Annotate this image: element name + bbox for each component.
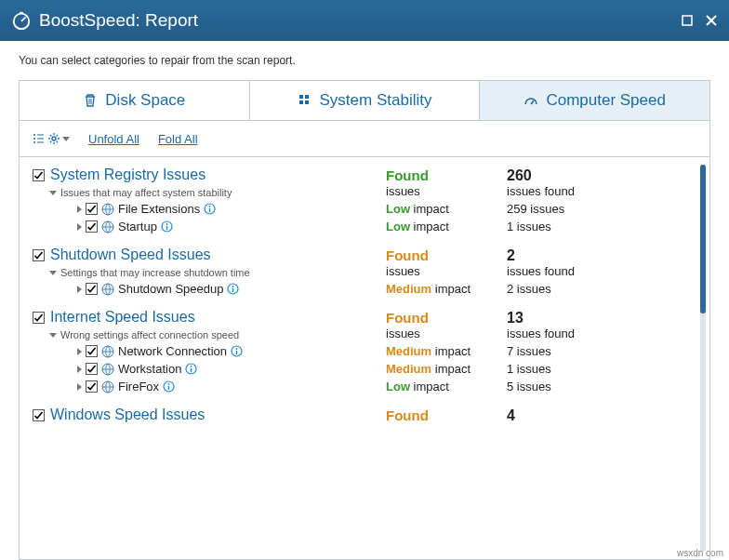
info-icon[interactable] <box>204 203 216 215</box>
svg-rect-11 <box>305 100 309 104</box>
item-name[interactable]: File Extensions <box>118 202 200 216</box>
item-name[interactable]: Startup <box>118 220 157 233</box>
close-button[interactable] <box>701 10 722 31</box>
group-count: 2 <box>507 247 515 263</box>
globe-icon <box>101 345 114 358</box>
issues-sublabel: issues <box>386 184 507 198</box>
maximize-button[interactable] <box>677 10 697 31</box>
impact-label: Medium impact <box>386 344 507 358</box>
issues-list: System Registry IssuesFound260Issues tha… <box>20 157 709 559</box>
checkbox[interactable] <box>33 409 45 421</box>
fold-all-link[interactable]: Fold All <box>158 132 198 146</box>
found-label: Found <box>386 407 429 423</box>
checkbox[interactable] <box>86 380 98 393</box>
chevron-down-icon <box>62 137 70 141</box>
globe-icon <box>101 220 114 233</box>
tab-computer-speed[interactable]: Computer Speed <box>480 81 709 120</box>
group-title[interactable]: Windows Speed Issues <box>50 407 205 423</box>
issue-group: Shutdown Speed IssuesFound2Settings that… <box>33 247 685 296</box>
info-icon[interactable] <box>163 380 175 393</box>
expand-icon[interactable] <box>77 348 82 355</box>
found-label: Found <box>386 247 429 263</box>
issue-group: Windows Speed IssuesFound4 <box>33 407 685 424</box>
unfold-all-link[interactable]: Unfold All <box>88 132 139 146</box>
watermark-text: wsxdn com <box>677 548 723 558</box>
expand-icon[interactable] <box>77 286 82 293</box>
blocks-icon <box>298 93 312 108</box>
collapse-icon[interactable] <box>49 333 57 338</box>
issue-item: FireFox Low impact5 issues <box>33 380 685 393</box>
checkbox[interactable] <box>86 283 98 295</box>
checkbox[interactable] <box>33 249 45 261</box>
item-name[interactable]: Workstation <box>118 362 181 376</box>
item-name[interactable]: Network Connection <box>118 344 227 358</box>
svg-point-22 <box>209 206 211 207</box>
gear-icon <box>47 132 60 145</box>
impact-label: Low impact <box>386 220 507 233</box>
checkbox[interactable] <box>86 220 98 233</box>
svg-rect-8 <box>299 95 303 99</box>
info-icon[interactable] <box>185 363 197 375</box>
group-title[interactable]: System Registry Issues <box>50 167 205 183</box>
svg-rect-10 <box>299 100 303 104</box>
info-icon[interactable] <box>161 220 173 233</box>
globe-icon <box>101 203 114 216</box>
issue-item: Shutdown Speedup Medium impact2 issues <box>33 282 685 296</box>
checkbox[interactable] <box>86 345 98 357</box>
globe-icon <box>101 283 114 296</box>
svg-point-38 <box>191 366 192 367</box>
svg-line-12 <box>531 100 534 104</box>
expand-icon[interactable] <box>77 366 82 373</box>
tab-label: Disk Space <box>105 91 185 110</box>
view-options-button[interactable] <box>33 132 70 145</box>
impact-label: Medium impact <box>386 362 507 376</box>
group-title[interactable]: Shutdown Speed Issues <box>50 247 211 263</box>
checkbox[interactable] <box>86 203 98 215</box>
issue-item: File Extensions Low impact259 issues <box>33 202 685 216</box>
tab-disk-space[interactable]: Disk Space <box>20 81 250 120</box>
item-count: 1 issues <box>507 362 685 376</box>
issues-found-sublabel: issues found <box>507 184 685 198</box>
item-count: 7 issues <box>507 344 685 358</box>
group-title[interactable]: Internet Speed Issues <box>50 309 195 326</box>
group-count: 13 <box>507 310 524 326</box>
svg-line-1 <box>21 17 26 21</box>
checkbox[interactable] <box>33 169 45 181</box>
trash-icon <box>83 93 98 108</box>
scrollbar-thumb[interactable] <box>700 165 706 313</box>
group-description: Settings that may increase shutdown time <box>60 267 250 278</box>
issue-group: System Registry IssuesFound260Issues tha… <box>33 167 685 233</box>
group-count: 260 <box>507 167 532 183</box>
issue-group: Internet Speed IssuesFound13Wrong settin… <box>33 309 685 393</box>
expand-icon[interactable] <box>77 206 82 213</box>
tab-system-stability[interactable]: System Stability <box>250 81 481 120</box>
info-icon[interactable] <box>227 283 239 295</box>
issues-sublabel: issues <box>386 264 507 278</box>
group-description: Issues that may affect system stability <box>60 187 232 198</box>
item-count: 1 issues <box>507 220 685 233</box>
group-description: Wrong settings affect connection speed <box>60 329 239 340</box>
found-label: Found <box>386 310 429 326</box>
impact-label: Low impact <box>386 202 507 216</box>
impact-label: Medium impact <box>386 282 507 296</box>
checkbox[interactable] <box>33 312 45 324</box>
svg-rect-3 <box>683 16 692 25</box>
checkbox[interactable] <box>86 363 98 375</box>
instruction-text: You can select categories to repair from… <box>19 54 710 67</box>
info-icon[interactable] <box>231 345 243 357</box>
svg-point-13 <box>33 134 35 136</box>
item-name[interactable]: FireFox <box>118 380 159 393</box>
category-tabs: Disk Space System Stability Computer Spe… <box>19 80 710 121</box>
expand-icon[interactable] <box>77 223 82 231</box>
issue-item: Startup Low impact1 issues <box>33 220 685 233</box>
collapse-icon[interactable] <box>49 191 57 195</box>
app-logo-icon <box>11 10 32 31</box>
svg-rect-9 <box>305 95 309 99</box>
globe-icon <box>101 380 114 393</box>
scrollbar[interactable] <box>700 165 706 552</box>
svg-point-34 <box>236 348 238 350</box>
item-name[interactable]: Shutdown Speedup <box>118 282 223 296</box>
collapse-icon[interactable] <box>49 271 57 275</box>
expand-icon[interactable] <box>77 383 82 391</box>
tab-label: System Stability <box>320 91 432 110</box>
